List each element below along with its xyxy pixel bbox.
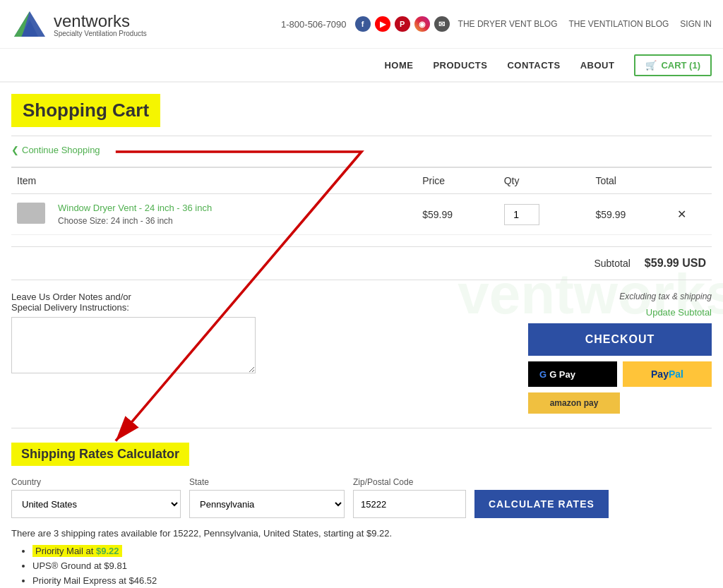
header-right: 1-800-506-7090 f ▶ P ◉ ✉ THE DRYER VENT …: [281, 16, 712, 32]
social-icons: f ▶ P ◉ ✉: [355, 16, 450, 32]
country-label: Country: [11, 477, 181, 487]
ventilation-blog-link[interactable]: THE VENTILATION BLOG: [569, 19, 669, 29]
notes-label: Leave Us Order Notes and/orSpecial Deliv…: [11, 292, 256, 313]
state-select[interactable]: Pennsylvania: [189, 490, 345, 518]
pinterest-icon[interactable]: P: [395, 16, 410, 32]
zip-input[interactable]: [353, 490, 466, 518]
nav-home[interactable]: HOME: [384, 60, 413, 71]
logo-area: ventworks Specialty Ventilation Products: [11, 6, 147, 42]
calculate-rates-button[interactable]: CALCULATE RATES: [474, 490, 609, 518]
country-group: Country United States: [11, 477, 181, 518]
nav-products[interactable]: PRODUCTS: [433, 60, 487, 71]
subtotal-label: Subtotal: [594, 258, 630, 269]
logo-icon: [11, 6, 48, 42]
shipping-calculator-title: Shipping Rates Calculator: [11, 443, 189, 466]
page-content: Shopping Cart ❮ Continue Shopping Item P…: [0, 83, 723, 588]
nav-bar: HOME PRODUCTS CONTACTS ABOUT 🛒 CART (1): [0, 49, 723, 83]
continue-shopping-link[interactable]: ❮ Continue Shopping: [11, 145, 712, 155]
nav-about[interactable]: ABOUT: [580, 60, 615, 71]
shipping-options-list: Priority Mail at $9.22 UPS® Ground at $9…: [11, 546, 712, 586]
cart-title: Shopping Cart: [11, 94, 160, 127]
item-total: $59.99: [590, 194, 671, 235]
remove-item-button[interactable]: ✕: [677, 208, 686, 221]
list-item: UPS® Ground at $9.81: [32, 560, 712, 571]
zip-group: Zip/Postal Code: [353, 477, 466, 518]
col-qty: Qty: [498, 167, 590, 194]
cart-icon: 🛒: [645, 60, 657, 71]
list-item: Priority Mail Express at $46.52: [32, 575, 712, 586]
checkout-button[interactable]: CHECKOUT: [528, 323, 712, 356]
chevron-left-icon: ❮: [11, 145, 19, 155]
youtube-icon[interactable]: ▶: [375, 16, 390, 32]
table-row: Window Dryer Vent - 24 inch - 36 inch Ch…: [11, 194, 712, 235]
country-select[interactable]: United States: [11, 490, 181, 518]
instagram-icon[interactable]: ◉: [414, 16, 430, 32]
col-total: Total: [590, 167, 671, 194]
subtotal-row: Subtotal $59.99 USD: [11, 246, 712, 280]
cart-table: Item Price Qty Total Window Dryer Vent -…: [11, 167, 712, 235]
update-subtotal-link[interactable]: Update Subtotal: [528, 307, 712, 318]
col-item: Item: [11, 167, 417, 194]
notes-section: Leave Us Order Notes and/orSpecial Deliv…: [11, 292, 256, 376]
quantity-input[interactable]: [504, 204, 539, 225]
facebook-icon[interactable]: f: [355, 16, 371, 32]
list-item: Priority Mail at $9.22: [32, 546, 712, 556]
gpay-button[interactable]: G G Pay: [528, 361, 617, 387]
state-label: State: [189, 477, 345, 487]
amazon-pay-button[interactable]: amazon pay: [528, 392, 620, 414]
excl-tax-label: Excluding tax & shipping: [528, 292, 712, 301]
state-group: State Pennsylvania: [189, 477, 345, 518]
cart-button[interactable]: 🛒 CART (1): [634, 54, 712, 76]
shipping-form: Country United States State Pennsylvania…: [11, 477, 712, 518]
paypal-button[interactable]: Pay Pal: [623, 361, 712, 387]
email-icon[interactable]: ✉: [434, 16, 450, 32]
shipping-result-text: There are 3 shipping rates available for…: [11, 528, 712, 539]
subtotal-value: $59.99 USD: [645, 257, 706, 270]
logo-name: ventworks: [54, 11, 147, 31]
col-price: Price: [417, 167, 498, 194]
dryer-blog-link[interactable]: THE DRYER VENT BLOG: [458, 19, 558, 29]
item-price: $59.99: [417, 194, 498, 235]
sign-in-link[interactable]: SIGN IN: [680, 19, 712, 29]
notes-textarea[interactable]: [11, 317, 256, 373]
cart-label: CART (1): [661, 60, 700, 71]
item-name-link[interactable]: Window Dryer Vent - 24 inch - 36 inch: [58, 203, 212, 213]
item-thumbnail: [17, 203, 45, 224]
phone-number: 1-800-506-7090: [281, 19, 347, 30]
logo-sub: Specialty Ventilation Products: [54, 30, 147, 37]
payment-options-row: G G Pay Pay Pal: [528, 361, 712, 387]
notes-checkout-section: Leave Us Order Notes and/orSpecial Deliv…: [11, 292, 712, 414]
zip-label: Zip/Postal Code: [353, 477, 466, 487]
header-top: ventworks Specialty Ventilation Products…: [0, 0, 723, 49]
item-size: Choose Size: 24 inch - 36 inch: [58, 216, 212, 226]
header-links: THE DRYER VENT BLOG THE VENTILATION BLOG…: [458, 19, 712, 29]
checkout-section: Excluding tax & shipping Update Subtotal…: [528, 292, 712, 414]
nav-contacts[interactable]: CONTACTS: [507, 60, 560, 71]
